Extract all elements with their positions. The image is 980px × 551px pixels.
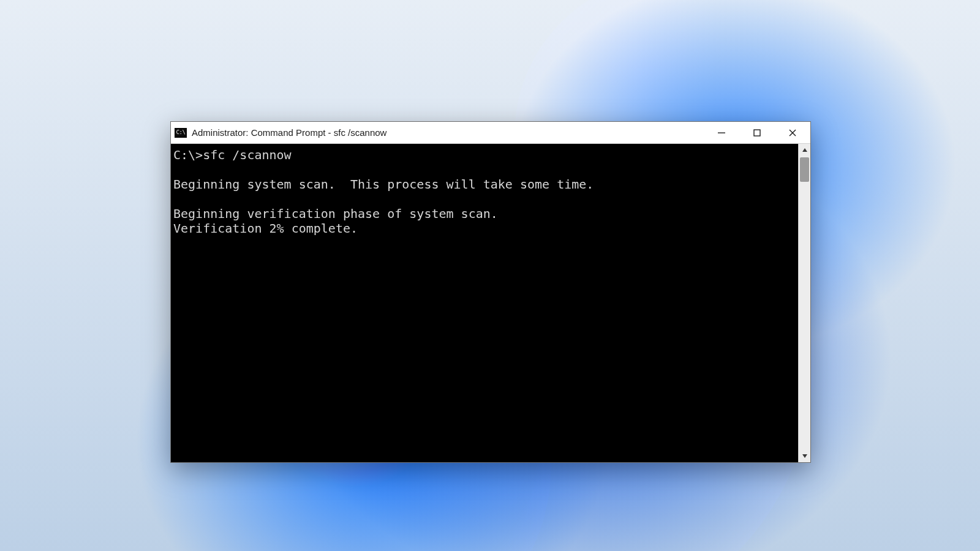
close-button[interactable]	[775, 122, 810, 144]
svg-marker-5	[802, 454, 807, 458]
console-output[interactable]: C:\>sfc /scannow Beginning system scan. …	[171, 144, 798, 462]
command-prompt-window[interactable]: C:\ Administrator: Command Prompt - sfc …	[170, 121, 811, 463]
maximize-icon	[753, 129, 761, 137]
titlebar-controls	[704, 122, 810, 144]
vertical-scrollbar[interactable]	[798, 144, 810, 462]
cmd-icon: C:\	[175, 128, 187, 138]
scrollbar-thumb[interactable]	[800, 157, 809, 182]
scrollbar-track[interactable]	[799, 156, 810, 450]
minimize-button[interactable]	[704, 122, 739, 144]
window-title: Administrator: Command Prompt - sfc /sca…	[192, 127, 386, 138]
titlebar[interactable]: C:\ Administrator: Command Prompt - sfc …	[171, 122, 810, 144]
svg-rect-1	[754, 130, 760, 136]
scroll-down-button[interactable]	[799, 450, 810, 462]
minimize-icon	[718, 129, 725, 137]
chevron-up-icon	[802, 147, 808, 153]
svg-marker-4	[802, 148, 807, 152]
scroll-up-button[interactable]	[799, 144, 810, 156]
desktop: C:\ Administrator: Command Prompt - sfc …	[0, 0, 980, 551]
maximize-button[interactable]	[739, 122, 775, 144]
titlebar-left: C:\ Administrator: Command Prompt - sfc …	[175, 127, 386, 138]
chevron-down-icon	[802, 453, 808, 459]
client-area: C:\>sfc /scannow Beginning system scan. …	[171, 144, 810, 462]
close-icon	[789, 129, 796, 137]
